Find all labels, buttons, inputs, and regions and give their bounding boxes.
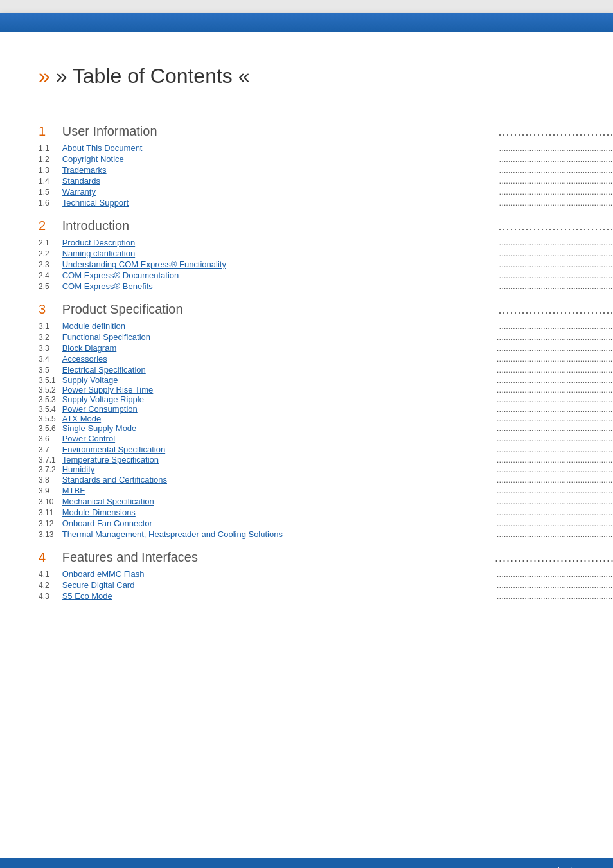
subsection-link[interactable]: Understanding COM Express® Functionality xyxy=(62,260,498,269)
subsection-link[interactable]: Product Description xyxy=(62,238,498,247)
subsection-content[interactable]: Secure Digital Card.....................… xyxy=(62,580,613,590)
subsection-content[interactable]: Block Diagram...........................… xyxy=(62,342,613,353)
subsection-link[interactable]: Electrical Specification xyxy=(62,365,495,375)
section-content[interactable]: User Information........................… xyxy=(62,114,613,143)
subsection-link[interactable]: Power Control xyxy=(62,434,495,443)
subsection-dots: ........................................… xyxy=(495,434,613,443)
subsection-content[interactable]: MTBF....................................… xyxy=(62,485,613,496)
subsubsection-content[interactable]: Supply Voltage..........................… xyxy=(62,375,613,385)
subsection-link[interactable]: Naming clarification xyxy=(62,249,498,258)
subsection-link[interactable]: Standards xyxy=(62,176,498,186)
subsection-content[interactable]: Copyright Notice........................… xyxy=(62,154,613,164)
subsection-content[interactable]: COM Express® Documentation..............… xyxy=(62,270,613,281)
subsection-link[interactable]: About This Document xyxy=(62,143,498,153)
subsection-link[interactable]: Functional Specification xyxy=(62,332,495,342)
section-number: 2 xyxy=(39,208,62,237)
subsection-link[interactable]: Technical Support xyxy=(62,198,498,208)
subsection-content[interactable]: Electrical Specification................… xyxy=(62,364,613,375)
subsection-content[interactable]: Technical Support.......................… xyxy=(62,197,613,208)
subsection-content[interactable]: Power Control...........................… xyxy=(62,433,613,444)
subsubsection-content[interactable]: ATX Mode................................… xyxy=(62,414,613,423)
subsection-content[interactable]: Module definition.......................… xyxy=(62,321,613,332)
subsection-content[interactable]: About This Document.....................… xyxy=(62,143,613,154)
subsection-content[interactable]: Onboard Fan Connector...................… xyxy=(62,518,613,529)
subsection-link[interactable]: Accessories xyxy=(62,354,495,364)
toc-row-major: 4Features and Interfaces................… xyxy=(39,540,613,569)
subsubsection-link[interactable]: Power Consumption xyxy=(62,404,495,414)
subsection-content[interactable]: Trademarks..............................… xyxy=(62,164,613,175)
subsubsection-link[interactable]: Power Supply Rise Time xyxy=(62,385,495,394)
subsubsection-content[interactable]: Temperature Specification...............… xyxy=(62,455,613,465)
section-link-major[interactable]: Product Specification xyxy=(62,302,496,317)
subsection-link[interactable]: Block Diagram xyxy=(62,343,495,353)
section-content[interactable]: Features and Interfaces.................… xyxy=(62,540,613,569)
toc-row-sub: 2.5COM Express® Benefits................… xyxy=(39,281,613,292)
section-link-major[interactable]: Features and Interfaces xyxy=(62,550,492,565)
subsection-link[interactable]: Copyright Notice xyxy=(62,154,498,164)
toc-row-sub: 1.1About This Document..................… xyxy=(39,143,613,154)
subsection-link[interactable]: COM Express® Benefits xyxy=(62,281,498,291)
subsection-content[interactable]: Product Description.....................… xyxy=(62,237,613,248)
subsubsection-number: 3.5.4 xyxy=(39,404,62,414)
subsection-dots: ........................................… xyxy=(497,321,613,331)
subsection-link[interactable]: Warranty xyxy=(62,187,498,197)
subsection-link[interactable]: Environmental Specification xyxy=(62,445,495,454)
subsection-link[interactable]: Onboard eMMC Flash xyxy=(62,569,495,579)
subsubsection-link[interactable]: Supply Voltage Ripple xyxy=(62,394,495,404)
subsection-number: 3.9 xyxy=(39,485,62,496)
subsection-link[interactable]: Onboard Fan Connector xyxy=(62,518,495,528)
subsubsection-content[interactable]: Humidity................................… xyxy=(62,465,613,474)
subsection-content[interactable]: Naming clarification....................… xyxy=(62,248,613,259)
subsection-content[interactable]: Warranty................................… xyxy=(62,186,613,197)
section-content[interactable]: Introduction............................… xyxy=(62,208,613,237)
section-content[interactable]: Product Specification...................… xyxy=(62,292,613,321)
subsection-link[interactable]: Trademarks xyxy=(62,165,498,175)
subsection-dots: ........................................… xyxy=(495,529,613,539)
subsubsection-link[interactable]: Single Supply Mode xyxy=(62,423,495,433)
subsection-dots: ........................................… xyxy=(497,249,613,258)
subsection-number: 3.2 xyxy=(39,332,62,342)
subsubsection-dots: ........................................… xyxy=(495,385,613,394)
subsubsection-link[interactable]: ATX Mode xyxy=(62,414,495,423)
subsubsection-link[interactable]: Humidity xyxy=(62,465,495,474)
subsection-link[interactable]: S5 Eco Mode xyxy=(62,591,495,601)
subsection-content[interactable]: Functional Specification................… xyxy=(62,332,613,342)
subsection-link[interactable]: Thermal Management, Heatspreader and Coo… xyxy=(62,529,495,539)
subsection-link[interactable]: Secure Digital Card xyxy=(62,580,495,590)
subsection-link[interactable]: Mechanical Specification xyxy=(62,497,495,506)
subsection-number: 1.4 xyxy=(39,175,62,186)
subsection-content[interactable]: Mechanical Specification................… xyxy=(62,496,613,507)
subsection-dots: ........................................… xyxy=(497,238,613,247)
subsubsection-content[interactable]: Power Supply Rise Time..................… xyxy=(62,385,613,394)
toc-row-sub: 3.1Module definition....................… xyxy=(39,321,613,332)
subsection-link[interactable]: COM Express® Documentation xyxy=(62,270,498,280)
subsubsection-content[interactable]: Power Consumption.......................… xyxy=(62,404,613,414)
section-link-major[interactable]: User Information xyxy=(62,124,496,139)
subsection-content[interactable]: Accessories.............................… xyxy=(62,353,613,364)
subsubsection-content[interactable]: Single Supply Mode......................… xyxy=(62,423,613,433)
toc-row-subsub: 3.5.4Power Consumption..................… xyxy=(39,404,613,414)
toc-row-sub: 1.2Copyright Notice.....................… xyxy=(39,154,613,164)
subsection-content[interactable]: Standards...............................… xyxy=(62,175,613,186)
subsection-dots: ........................................… xyxy=(495,591,613,601)
subsection-content[interactable]: Thermal Management, Heatspreader and Coo… xyxy=(62,529,613,540)
subsection-link[interactable]: Module Dimensions xyxy=(62,508,495,517)
subsection-dots: ........................................… xyxy=(497,198,613,208)
subsubsection-link[interactable]: Temperature Specification xyxy=(62,455,495,465)
subsection-content[interactable]: Understanding COM Express® Functionality… xyxy=(62,259,613,270)
subsection-dots: ........................................… xyxy=(497,154,613,164)
subsubsection-link[interactable]: Supply Voltage xyxy=(62,375,495,385)
subsection-content[interactable]: Environmental Specification.............… xyxy=(62,444,613,455)
subsubsection-content[interactable]: Supply Voltage Ripple...................… xyxy=(62,394,613,404)
subsection-content[interactable]: S5 Eco Mode.............................… xyxy=(62,590,613,601)
subsection-link[interactable]: Standards and Certifications xyxy=(62,475,495,484)
subsection-content[interactable]: Standards and Certifications............… xyxy=(62,474,613,485)
toc-row-sub: 2.3Understanding COM Express® Functional… xyxy=(39,259,613,270)
subsection-link[interactable]: Module definition xyxy=(62,321,498,331)
toc-row-subsub: 3.5.6Single Supply Mode.................… xyxy=(39,423,613,433)
section-link-major[interactable]: Introduction xyxy=(62,218,496,233)
subsection-content[interactable]: COM Express® Benefits...................… xyxy=(62,281,613,292)
subsection-content[interactable]: Module Dimensions.......................… xyxy=(62,507,613,518)
subsection-content[interactable]: Onboard eMMC Flash......................… xyxy=(62,569,613,580)
subsection-link[interactable]: MTBF xyxy=(62,486,495,495)
